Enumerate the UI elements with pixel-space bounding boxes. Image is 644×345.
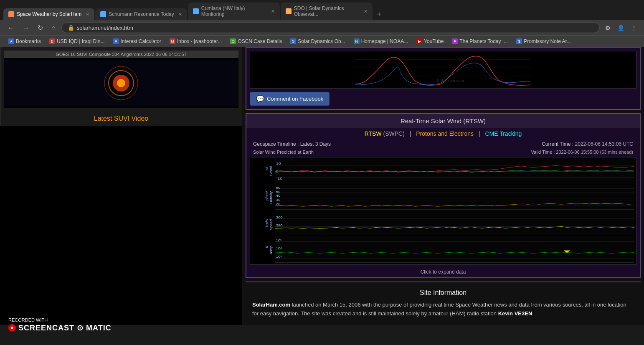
rtsw-y-axis: BtotalnT Densityp/cm³ Speedkm/s TempK — [252, 159, 275, 263]
bookmark-noaa[interactable]: N Homepage | NOAA... — [350, 38, 412, 45]
suvi-image-svg — [4, 60, 238, 106]
home-button[interactable]: ⌂ — [49, 23, 58, 33]
svg-point-17 — [566, 170, 568, 172]
rtsw-valid-time: Valid Time : 2022-06-06 15:55:00 (63 min… — [531, 150, 633, 155]
bookmark-label-9: Promissory Note Ar... — [524, 38, 571, 44]
rtsw-section-title: Real-Time Solar Wind (RTSW) — [401, 117, 486, 124]
nav-bar: ← → ↻ ⌂ 🔒 solarham.net/index.htm ⚙ 👤 ⋮ — [0, 20, 644, 36]
svg-text:SolarHam.com: SolarHam.com — [437, 78, 464, 83]
tab-favicon-4 — [286, 8, 292, 14]
speed-y-label: Speedkm/s — [252, 219, 275, 231]
bookmark-oscn[interactable]: O OSCN Case Details — [227, 38, 285, 45]
svg-text:60: 60 — [276, 186, 281, 190]
svg-text:300: 300 — [276, 216, 283, 219]
rtsw-info-sub-row: Solar Wind Predicted at Earth Valid Time… — [246, 149, 640, 155]
site-info-period: . — [532, 310, 534, 317]
density-y-label: Densityp/cm³ — [252, 191, 275, 205]
page-content: GOES-16 SUVI Composite 304 Angstroms 202… — [0, 47, 644, 325]
protons-electrons-link[interactable]: Protons and Electrons — [416, 130, 474, 137]
tab-close-2[interactable]: ✕ — [178, 12, 182, 17]
bookmark-bookmarks[interactable]: ★ Bookmarks — [5, 38, 44, 45]
screencast-circle-icon — [8, 324, 16, 332]
bookmark-usd-iqd[interactable]: B USD IQD | Iraqi Din... — [46, 38, 108, 45]
rtsw-click-expand[interactable]: Click to expand data — [246, 266, 640, 277]
tab-space-weather[interactable]: Space Weather by SolarHam ✕ — [3, 8, 94, 20]
menu-icon[interactable]: ⋮ — [629, 23, 639, 33]
svg-rect-34 — [275, 236, 634, 262]
tab-close-4[interactable]: ✕ — [364, 9, 368, 14]
tab-close-3[interactable]: ✕ — [271, 9, 275, 14]
svg-text:0: 0 — [276, 170, 279, 173]
bookmark-promissory[interactable]: $ Promissory Note Ar... — [513, 38, 574, 45]
url-text: solarham.net/index.htm — [77, 25, 133, 31]
suvi-label: GOES-16 SUVI Composite 304 Angstroms 202… — [4, 51, 238, 58]
refresh-button[interactable]: ↻ — [35, 23, 46, 33]
solar-dynamics-icon: S — [290, 38, 296, 44]
bookmark-label-1: USD IQD | Iraqi Din... — [57, 38, 104, 44]
nav-icons-right: ⚙ 👤 ⋮ — [603, 23, 639, 33]
forward-button[interactable]: → — [20, 23, 32, 33]
temp-y-label: TempK — [252, 246, 275, 256]
facebook-comment-btn[interactable]: 💬 Comment on Facebook — [250, 92, 330, 106]
solarham-brand: SolarHam.com — [252, 302, 290, 308]
cycle-chart: SolarHam.com — [250, 51, 636, 89]
bookmark-label-8: The Planets Today :... — [459, 38, 508, 44]
svg-text:30: 30 — [276, 198, 281, 202]
cme-tracking-link[interactable]: CME Tracking — [485, 130, 522, 137]
rtsw-link[interactable]: RTSW — [365, 130, 382, 137]
svg-text:-10: -10 — [276, 177, 283, 180]
bookmark-youtube[interactable]: ▶ YouTube — [413, 38, 447, 45]
suvi-video-link[interactable]: Latest SUVI Video — [0, 112, 242, 126]
bookmark-planets[interactable]: P The Planets Today :... — [449, 38, 511, 45]
screencast-dot — [11, 327, 13, 329]
cycle-chart-svg: SolarHam.com — [250, 51, 636, 88]
inbox-icon: M — [170, 38, 175, 44]
extensions-icon[interactable]: ⚙ — [603, 23, 613, 33]
youtube-icon: ▶ — [416, 38, 422, 44]
bookmark-label-7: YouTube — [424, 38, 444, 44]
solar-cycle-section: SolarHam.com 💬 Comment on Facebook — [246, 47, 641, 110]
svg-text:10⁵: 10⁵ — [276, 239, 282, 242]
tab-cumiana[interactable]: Cumiana (NW Italy) Monitoring ✕ — [188, 3, 280, 20]
interest-icon: # — [113, 38, 119, 44]
planets-icon: P — [452, 38, 458, 44]
svg-text:20: 20 — [276, 203, 281, 206]
site-info-section: Site Information SolarHam.com launched o… — [246, 282, 641, 325]
lock-icon: 🔒 — [68, 25, 74, 31]
suvi-inner: GOES-16 SUVI Composite 304 Angstroms 202… — [4, 51, 238, 108]
rtsw-wind-label: Solar Wind Predicted at Earth — [253, 150, 314, 155]
screencast-watermark: RECORDED WITH SCREENCAST ⊙ MATIC — [8, 317, 112, 332]
rtsw-plots: 10 0 -10 — [275, 159, 634, 263]
bookmark-inbox[interactable]: M Inbox - jwashooter... — [166, 38, 225, 45]
tab-schumann[interactable]: Schumann Resonance Today ✕ — [95, 8, 187, 20]
promissory-icon: $ — [516, 38, 522, 44]
rtsw-current-time: Current Time : 2022-06-06 14:53:06 UTC — [542, 141, 633, 147]
svg-text:10⁴: 10⁴ — [276, 247, 282, 251]
bookmark-label-2: Interest Calculator — [121, 38, 161, 44]
suvi-box: GOES-16 SUVI Composite 304 Angstroms 202… — [0, 47, 242, 126]
site-info-title: Site Information — [252, 289, 634, 297]
screencast-logo: SCREENCAST ⊙ MATIC — [8, 323, 112, 332]
noaa-icon: N — [354, 38, 360, 44]
bookmark-interest-calc[interactable]: # Interest Calculator — [110, 38, 165, 45]
svg-text:50: 50 — [276, 190, 281, 194]
tab-label-3: Cumiana (NW Italy) Monitoring — [201, 5, 267, 17]
address-bar[interactable]: 🔒 solarham.net/index.htm — [61, 23, 600, 33]
bookmark-label-3: Inbox - jwashooter... — [177, 38, 222, 44]
profile-icon[interactable]: 👤 — [615, 23, 626, 33]
back-button[interactable]: ← — [5, 23, 17, 33]
tab-bar: Space Weather by SolarHam ✕ Schumann Res… — [0, 0, 644, 20]
suvi-image-area — [4, 58, 238, 108]
new-tab-button[interactable]: + — [373, 8, 385, 20]
facebook-icon: 💬 — [256, 95, 264, 103]
bookmarks-icon: ★ — [8, 38, 14, 44]
tab-sdo[interactable]: SDO | Solar Dynamics Observat... ✕ — [281, 3, 373, 20]
bookmark-solar-dynamics[interactable]: S Solar Dynamics Ob... — [287, 38, 348, 45]
rtsw-section-header: Real-Time Solar Wind (RTSW) — [246, 114, 640, 128]
tab-close-1[interactable]: ✕ — [86, 12, 89, 17]
svg-text:40: 40 — [276, 195, 281, 198]
site-callsign: Kevin VE3EN — [498, 310, 532, 317]
svg-text:280: 280 — [276, 224, 283, 227]
tab-label-1: Space Weather by SolarHam — [17, 11, 81, 17]
bookmark-label-5: Solar Dynamics Ob... — [298, 38, 345, 44]
